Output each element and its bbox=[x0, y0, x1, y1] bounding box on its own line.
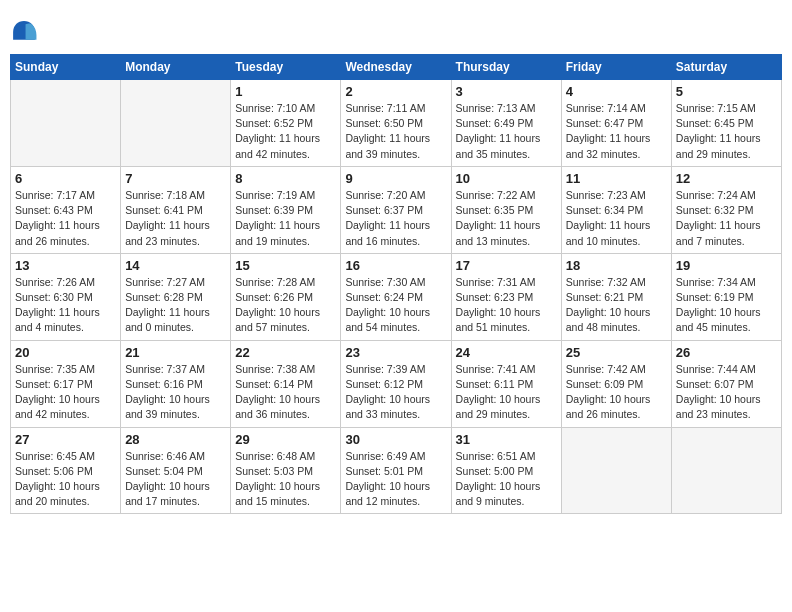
day-info: Sunrise: 6:51 AMSunset: 5:00 PMDaylight:… bbox=[456, 449, 557, 510]
calendar-cell: 23Sunrise: 7:39 AMSunset: 6:12 PMDayligh… bbox=[341, 340, 451, 427]
day-info: Sunrise: 7:13 AMSunset: 6:49 PMDaylight:… bbox=[456, 101, 557, 162]
calendar-cell: 2Sunrise: 7:11 AMSunset: 6:50 PMDaylight… bbox=[341, 80, 451, 167]
day-info: Sunrise: 7:34 AMSunset: 6:19 PMDaylight:… bbox=[676, 275, 777, 336]
calendar-cell: 19Sunrise: 7:34 AMSunset: 6:19 PMDayligh… bbox=[671, 253, 781, 340]
day-info: Sunrise: 7:26 AMSunset: 6:30 PMDaylight:… bbox=[15, 275, 116, 336]
day-info: Sunrise: 7:27 AMSunset: 6:28 PMDaylight:… bbox=[125, 275, 226, 336]
day-info: Sunrise: 7:38 AMSunset: 6:14 PMDaylight:… bbox=[235, 362, 336, 423]
calendar-cell: 31Sunrise: 6:51 AMSunset: 5:00 PMDayligh… bbox=[451, 427, 561, 514]
day-info: Sunrise: 7:19 AMSunset: 6:39 PMDaylight:… bbox=[235, 188, 336, 249]
day-info: Sunrise: 7:24 AMSunset: 6:32 PMDaylight:… bbox=[676, 188, 777, 249]
day-number: 22 bbox=[235, 345, 336, 360]
day-number: 8 bbox=[235, 171, 336, 186]
day-info: Sunrise: 7:11 AMSunset: 6:50 PMDaylight:… bbox=[345, 101, 446, 162]
logo-icon bbox=[10, 18, 38, 46]
calendar-cell: 21Sunrise: 7:37 AMSunset: 6:16 PMDayligh… bbox=[121, 340, 231, 427]
day-info: Sunrise: 7:42 AMSunset: 6:09 PMDaylight:… bbox=[566, 362, 667, 423]
day-number: 14 bbox=[125, 258, 226, 273]
day-number: 31 bbox=[456, 432, 557, 447]
calendar-cell: 5Sunrise: 7:15 AMSunset: 6:45 PMDaylight… bbox=[671, 80, 781, 167]
day-info: Sunrise: 7:18 AMSunset: 6:41 PMDaylight:… bbox=[125, 188, 226, 249]
day-info: Sunrise: 7:30 AMSunset: 6:24 PMDaylight:… bbox=[345, 275, 446, 336]
day-number: 28 bbox=[125, 432, 226, 447]
day-number: 30 bbox=[345, 432, 446, 447]
calendar-cell: 11Sunrise: 7:23 AMSunset: 6:34 PMDayligh… bbox=[561, 166, 671, 253]
day-info: Sunrise: 7:22 AMSunset: 6:35 PMDaylight:… bbox=[456, 188, 557, 249]
calendar-cell: 9Sunrise: 7:20 AMSunset: 6:37 PMDaylight… bbox=[341, 166, 451, 253]
day-number: 16 bbox=[345, 258, 446, 273]
day-number: 24 bbox=[456, 345, 557, 360]
logo bbox=[10, 18, 40, 46]
week-row-2: 6Sunrise: 7:17 AMSunset: 6:43 PMDaylight… bbox=[11, 166, 782, 253]
day-info: Sunrise: 6:45 AMSunset: 5:06 PMDaylight:… bbox=[15, 449, 116, 510]
calendar-cell: 25Sunrise: 7:42 AMSunset: 6:09 PMDayligh… bbox=[561, 340, 671, 427]
day-number: 20 bbox=[15, 345, 116, 360]
calendar-cell bbox=[121, 80, 231, 167]
day-number: 15 bbox=[235, 258, 336, 273]
day-number: 7 bbox=[125, 171, 226, 186]
calendar-cell: 26Sunrise: 7:44 AMSunset: 6:07 PMDayligh… bbox=[671, 340, 781, 427]
calendar-cell: 10Sunrise: 7:22 AMSunset: 6:35 PMDayligh… bbox=[451, 166, 561, 253]
calendar-cell: 29Sunrise: 6:48 AMSunset: 5:03 PMDayligh… bbox=[231, 427, 341, 514]
calendar-cell: 27Sunrise: 6:45 AMSunset: 5:06 PMDayligh… bbox=[11, 427, 121, 514]
day-number: 18 bbox=[566, 258, 667, 273]
day-number: 23 bbox=[345, 345, 446, 360]
calendar-cell: 18Sunrise: 7:32 AMSunset: 6:21 PMDayligh… bbox=[561, 253, 671, 340]
day-number: 4 bbox=[566, 84, 667, 99]
week-row-4: 20Sunrise: 7:35 AMSunset: 6:17 PMDayligh… bbox=[11, 340, 782, 427]
calendar-cell bbox=[11, 80, 121, 167]
day-header-tuesday: Tuesday bbox=[231, 55, 341, 80]
days-header-row: SundayMondayTuesdayWednesdayThursdayFrid… bbox=[11, 55, 782, 80]
day-info: Sunrise: 7:39 AMSunset: 6:12 PMDaylight:… bbox=[345, 362, 446, 423]
calendar-cell: 6Sunrise: 7:17 AMSunset: 6:43 PMDaylight… bbox=[11, 166, 121, 253]
day-number: 13 bbox=[15, 258, 116, 273]
page-header bbox=[10, 10, 782, 46]
day-number: 17 bbox=[456, 258, 557, 273]
day-number: 25 bbox=[566, 345, 667, 360]
calendar-cell: 15Sunrise: 7:28 AMSunset: 6:26 PMDayligh… bbox=[231, 253, 341, 340]
day-header-friday: Friday bbox=[561, 55, 671, 80]
day-number: 6 bbox=[15, 171, 116, 186]
day-info: Sunrise: 7:41 AMSunset: 6:11 PMDaylight:… bbox=[456, 362, 557, 423]
day-number: 21 bbox=[125, 345, 226, 360]
calendar-cell: 3Sunrise: 7:13 AMSunset: 6:49 PMDaylight… bbox=[451, 80, 561, 167]
day-header-sunday: Sunday bbox=[11, 55, 121, 80]
day-number: 5 bbox=[676, 84, 777, 99]
day-info: Sunrise: 7:10 AMSunset: 6:52 PMDaylight:… bbox=[235, 101, 336, 162]
calendar-cell: 30Sunrise: 6:49 AMSunset: 5:01 PMDayligh… bbox=[341, 427, 451, 514]
week-row-5: 27Sunrise: 6:45 AMSunset: 5:06 PMDayligh… bbox=[11, 427, 782, 514]
calendar-cell: 8Sunrise: 7:19 AMSunset: 6:39 PMDaylight… bbox=[231, 166, 341, 253]
day-number: 10 bbox=[456, 171, 557, 186]
day-number: 29 bbox=[235, 432, 336, 447]
day-number: 26 bbox=[676, 345, 777, 360]
calendar-cell: 4Sunrise: 7:14 AMSunset: 6:47 PMDaylight… bbox=[561, 80, 671, 167]
day-header-wednesday: Wednesday bbox=[341, 55, 451, 80]
day-info: Sunrise: 7:37 AMSunset: 6:16 PMDaylight:… bbox=[125, 362, 226, 423]
day-number: 2 bbox=[345, 84, 446, 99]
calendar-cell: 7Sunrise: 7:18 AMSunset: 6:41 PMDaylight… bbox=[121, 166, 231, 253]
day-number: 3 bbox=[456, 84, 557, 99]
day-header-monday: Monday bbox=[121, 55, 231, 80]
calendar-cell bbox=[561, 427, 671, 514]
day-info: Sunrise: 7:20 AMSunset: 6:37 PMDaylight:… bbox=[345, 188, 446, 249]
calendar-cell bbox=[671, 427, 781, 514]
day-info: Sunrise: 7:17 AMSunset: 6:43 PMDaylight:… bbox=[15, 188, 116, 249]
day-info: Sunrise: 7:44 AMSunset: 6:07 PMDaylight:… bbox=[676, 362, 777, 423]
day-info: Sunrise: 6:49 AMSunset: 5:01 PMDaylight:… bbox=[345, 449, 446, 510]
day-number: 11 bbox=[566, 171, 667, 186]
calendar-cell: 1Sunrise: 7:10 AMSunset: 6:52 PMDaylight… bbox=[231, 80, 341, 167]
calendar-cell: 17Sunrise: 7:31 AMSunset: 6:23 PMDayligh… bbox=[451, 253, 561, 340]
calendar-cell: 13Sunrise: 7:26 AMSunset: 6:30 PMDayligh… bbox=[11, 253, 121, 340]
week-row-1: 1Sunrise: 7:10 AMSunset: 6:52 PMDaylight… bbox=[11, 80, 782, 167]
calendar-cell: 12Sunrise: 7:24 AMSunset: 6:32 PMDayligh… bbox=[671, 166, 781, 253]
calendar-cell: 22Sunrise: 7:38 AMSunset: 6:14 PMDayligh… bbox=[231, 340, 341, 427]
day-info: Sunrise: 7:31 AMSunset: 6:23 PMDaylight:… bbox=[456, 275, 557, 336]
day-number: 1 bbox=[235, 84, 336, 99]
day-info: Sunrise: 6:46 AMSunset: 5:04 PMDaylight:… bbox=[125, 449, 226, 510]
calendar-cell: 28Sunrise: 6:46 AMSunset: 5:04 PMDayligh… bbox=[121, 427, 231, 514]
day-info: Sunrise: 7:28 AMSunset: 6:26 PMDaylight:… bbox=[235, 275, 336, 336]
day-info: Sunrise: 7:32 AMSunset: 6:21 PMDaylight:… bbox=[566, 275, 667, 336]
day-info: Sunrise: 7:15 AMSunset: 6:45 PMDaylight:… bbox=[676, 101, 777, 162]
day-number: 9 bbox=[345, 171, 446, 186]
calendar-cell: 16Sunrise: 7:30 AMSunset: 6:24 PMDayligh… bbox=[341, 253, 451, 340]
